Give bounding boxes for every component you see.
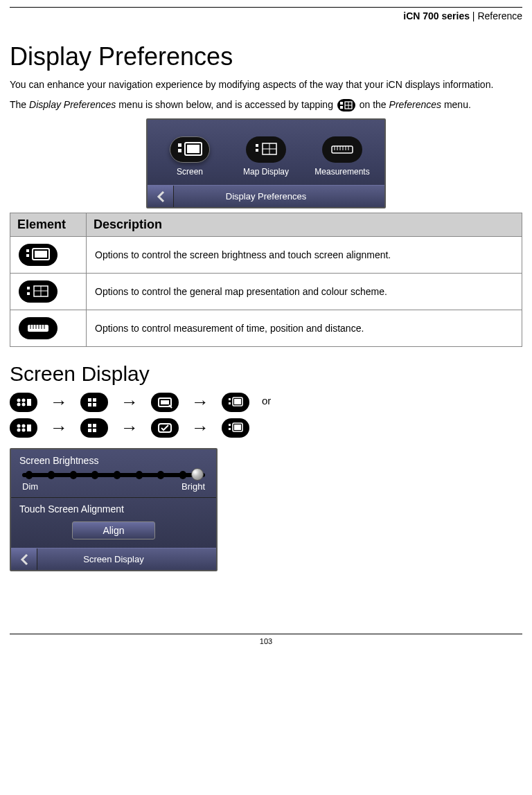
section-title: Screen Display	[10, 362, 522, 386]
svg-rect-7	[178, 149, 181, 152]
svg-rect-6	[178, 143, 181, 147]
intro-paragraph: You can enhance your navigation experien…	[10, 78, 522, 91]
menu-icon	[10, 393, 37, 412]
brightness-label: Screen Brightness	[19, 455, 208, 466]
svg-point-38	[17, 398, 21, 402]
row-desc: Options to control measurement of time, …	[87, 310, 522, 347]
svg-rect-46	[93, 403, 96, 407]
svg-rect-59	[93, 424, 96, 427]
svg-rect-22	[26, 249, 29, 252]
brightness-slider[interactable]	[22, 473, 205, 477]
svg-rect-44	[93, 398, 96, 402]
slider-thumb[interactable]	[191, 468, 204, 481]
row-desc: Options to control the general map prese…	[87, 274, 522, 310]
mapdisplay-icon	[246, 136, 286, 163]
measurements-tile-label: Measurements	[309, 167, 375, 177]
svg-rect-45	[88, 403, 91, 407]
mapdisplay-icon	[19, 280, 57, 303]
svg-rect-52	[234, 399, 241, 404]
align-label: Touch Screen Alignment	[19, 503, 208, 515]
back-button[interactable]	[148, 186, 174, 207]
screen-icon	[222, 418, 249, 438]
svg-rect-58	[88, 424, 91, 427]
svg-rect-49	[229, 398, 231, 400]
svg-rect-1	[340, 102, 343, 105]
svg-rect-50	[229, 402, 231, 404]
intro-paragraph-2: The Display Preferences menu is shown be…	[10, 98, 522, 111]
svg-point-56	[22, 428, 26, 431]
measure-icon	[19, 317, 57, 339]
nav-path-1: → → → or	[10, 391, 522, 413]
check-icon	[151, 418, 179, 438]
svg-point-54	[22, 424, 26, 427]
svg-rect-61	[93, 429, 96, 432]
screenshot-title: Screen Display	[83, 554, 143, 564]
th-description: Description	[87, 213, 522, 237]
arrow-icon: →	[191, 417, 209, 438]
page-title: Display Preferences	[10, 42, 522, 71]
svg-rect-48	[161, 400, 169, 404]
or-text: or	[262, 395, 271, 409]
screen-icon	[222, 393, 249, 412]
svg-point-53	[17, 424, 21, 427]
svg-rect-63	[229, 424, 231, 426]
th-element: Element	[10, 213, 87, 237]
svg-rect-43	[88, 398, 91, 402]
arrow-icon: →	[121, 391, 139, 413]
screen-tile[interactable]: Screen	[157, 136, 223, 177]
mapdisplay-icon	[337, 99, 355, 111]
arrow-icon: →	[121, 417, 139, 438]
svg-rect-64	[229, 428, 231, 430]
screen-icon	[19, 244, 57, 266]
svg-rect-23	[26, 254, 29, 257]
svg-point-55	[17, 428, 21, 431]
screenshot-title: Display Preferences	[226, 191, 306, 202]
svg-rect-25	[35, 251, 47, 258]
arrow-icon: →	[50, 417, 68, 438]
svg-rect-10	[256, 144, 258, 147]
svg-rect-57	[27, 425, 31, 431]
element-table: Element Description Options to control t…	[10, 213, 522, 347]
table-row: Options to control the screen brightness…	[10, 237, 522, 274]
row-desc: Options to control the screen brightness…	[87, 237, 522, 274]
svg-rect-2	[340, 106, 343, 109]
measurements-tile[interactable]: Measurements	[309, 136, 375, 177]
svg-rect-11	[256, 149, 258, 152]
svg-point-40	[17, 402, 21, 406]
menu-icon	[10, 418, 37, 438]
screen-display-screenshot: Screen Brightness Dim Bright Touch Scree…	[10, 448, 218, 571]
svg-point-39	[22, 398, 26, 402]
display-prefs-screenshot: Screen Map Display	[146, 118, 386, 208]
measure-icon	[322, 136, 362, 163]
align-button[interactable]: Align	[72, 521, 155, 539]
device-icon	[151, 393, 179, 412]
page-number: 103	[10, 634, 522, 655]
svg-rect-60	[88, 429, 91, 432]
svg-point-41	[22, 402, 26, 406]
svg-rect-9	[187, 145, 200, 153]
screen-tile-label: Screen	[157, 167, 223, 177]
nav-path-2: → → →	[10, 417, 522, 438]
bright-label: Bright	[181, 481, 205, 492]
page-header: iCN 700 series | Reference	[10, 10, 522, 26]
table-row: Options to control the general map prese…	[10, 274, 522, 310]
mapdisplay-tile-label: Map Display	[233, 167, 299, 177]
dim-label: Dim	[22, 481, 38, 492]
prefs-icon	[80, 393, 108, 412]
back-button[interactable]	[11, 548, 37, 570]
svg-rect-26	[27, 287, 30, 289]
arrow-icon: →	[191, 391, 209, 413]
prefs-icon	[80, 418, 108, 438]
mapdisplay-tile[interactable]: Map Display	[233, 136, 299, 177]
screen-icon	[170, 136, 210, 163]
svg-rect-66	[234, 425, 241, 430]
arrow-icon: →	[50, 391, 68, 413]
svg-rect-42	[27, 399, 31, 406]
svg-rect-27	[27, 292, 30, 295]
table-row: Options to control measurement of time, …	[10, 310, 522, 347]
